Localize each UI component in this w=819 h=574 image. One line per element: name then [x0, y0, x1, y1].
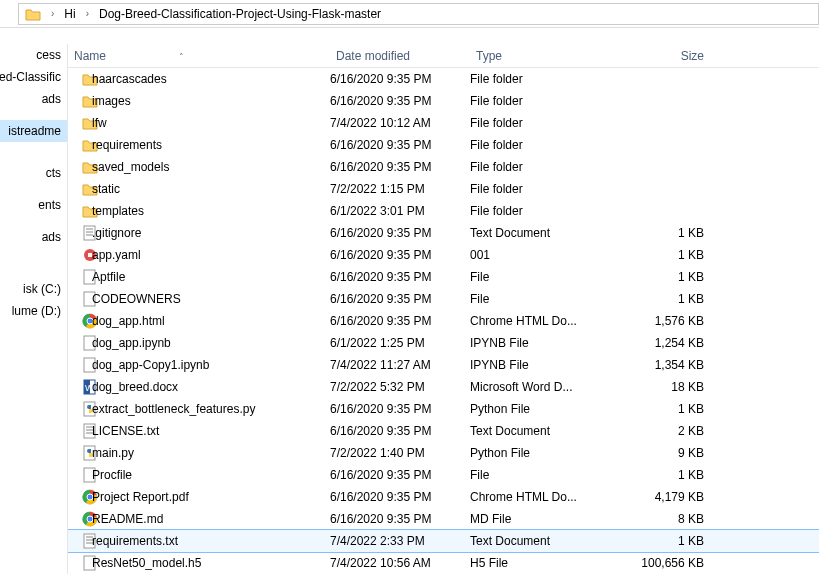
- file-name: README.md: [86, 512, 330, 526]
- file-name: main.py: [86, 446, 330, 460]
- chrome-icon: [68, 489, 86, 505]
- file-size: 1 KB: [610, 248, 710, 262]
- column-header-size[interactable]: Size: [610, 49, 710, 63]
- file-date: 6/16/2020 9:35 PM: [330, 490, 470, 504]
- chrome-icon: [68, 313, 86, 329]
- word-icon: [68, 379, 86, 395]
- sidebar-item[interactable]: cess: [0, 44, 67, 66]
- file-size: 1 KB: [610, 468, 710, 482]
- file-size: 4,179 KB: [610, 490, 710, 504]
- file-name: saved_models: [86, 160, 330, 174]
- sidebar-item[interactable]: ents: [0, 194, 67, 216]
- file-row[interactable]: LICENSE.txt6/16/2020 9:35 PMText Documen…: [68, 420, 819, 442]
- file-type: File folder: [470, 94, 610, 108]
- file-row[interactable]: lfw7/4/2022 10:12 AMFile folder: [68, 112, 819, 134]
- file-name: requirements: [86, 138, 330, 152]
- py-icon: [68, 401, 86, 417]
- sidebar-item[interactable]: istreadme: [0, 120, 67, 142]
- breadcrumb-item[interactable]: Hi: [64, 7, 75, 21]
- sidebar-item[interactable]: ads: [0, 88, 67, 110]
- file-name: CODEOWNERS: [86, 292, 330, 306]
- sidebar-item[interactable]: cts: [0, 162, 67, 184]
- file-type: IPYNB File: [470, 358, 610, 372]
- file-row[interactable]: main.py7/2/2022 1:40 PMPython File9 KB: [68, 442, 819, 464]
- file-name: static: [86, 182, 330, 196]
- file-type: File folder: [470, 204, 610, 218]
- file-row[interactable]: images6/16/2020 9:35 PMFile folder: [68, 90, 819, 112]
- blank-icon: [68, 467, 86, 483]
- file-row[interactable]: CODEOWNERS6/16/2020 9:35 PMFile1 KB: [68, 288, 819, 310]
- file-date: 6/16/2020 9:35 PM: [330, 94, 470, 108]
- file-date: 6/1/2022 3:01 PM: [330, 204, 470, 218]
- file-name: Aptfile: [86, 270, 330, 284]
- file-row[interactable]: Aptfile6/16/2020 9:35 PMFile1 KB: [68, 266, 819, 288]
- file-name: Procfile: [86, 468, 330, 482]
- yaml-icon: [68, 247, 86, 263]
- py-icon: [68, 445, 86, 461]
- file-row[interactable]: README.md6/16/2020 9:35 PMMD File8 KB: [68, 508, 819, 530]
- column-header-type[interactable]: Type: [470, 49, 610, 63]
- file-name: .gitignore: [86, 226, 330, 240]
- file-row[interactable]: templates6/1/2022 3:01 PMFile folder: [68, 200, 819, 222]
- sidebar-item[interactable]: lume (D:): [0, 300, 67, 322]
- file-name: dog_app.ipynb: [86, 336, 330, 350]
- file-row[interactable]: dog_app-Copy1.ipynb7/4/2022 11:27 AMIPYN…: [68, 354, 819, 376]
- file-row[interactable]: ResNet50_model.h57/4/2022 10:56 AMH5 Fil…: [68, 552, 819, 574]
- file-row[interactable]: saved_models6/16/2020 9:35 PMFile folder: [68, 156, 819, 178]
- file-size: 1 KB: [610, 226, 710, 240]
- sidebar-item[interactable]: ads: [0, 226, 67, 248]
- file-type: File folder: [470, 116, 610, 130]
- file-name: dog_app-Copy1.ipynb: [86, 358, 330, 372]
- file-type: IPYNB File: [470, 336, 610, 350]
- file-name: lfw: [86, 116, 330, 130]
- file-date: 6/1/2022 1:25 PM: [330, 336, 470, 350]
- file-name: images: [86, 94, 330, 108]
- folder-icon: [68, 115, 86, 131]
- file-row[interactable]: Procfile6/16/2020 9:35 PMFile1 KB: [68, 464, 819, 486]
- file-type: File: [470, 270, 610, 284]
- file-date: 6/16/2020 9:35 PM: [330, 248, 470, 262]
- file-name: ResNet50_model.h5: [86, 556, 330, 570]
- file-date: 7/4/2022 2:33 PM: [330, 534, 470, 548]
- file-date: 6/16/2020 9:35 PM: [330, 468, 470, 482]
- file-name: templates: [86, 204, 330, 218]
- sidebar-item[interactable]: eed-Classific: [0, 66, 67, 88]
- txt-icon: [68, 423, 86, 439]
- file-size: 18 KB: [610, 380, 710, 394]
- file-type: 001: [470, 248, 610, 262]
- chrome-icon: [68, 511, 86, 527]
- file-row[interactable]: requirements6/16/2020 9:35 PMFile folder: [68, 134, 819, 156]
- file-row[interactable]: static7/2/2022 1:15 PMFile folder: [68, 178, 819, 200]
- file-row[interactable]: dog_app.ipynb6/1/2022 1:25 PMIPYNB File1…: [68, 332, 819, 354]
- chevron-right-icon: ›: [47, 8, 58, 19]
- file-date: 6/16/2020 9:35 PM: [330, 226, 470, 240]
- txt-icon: [68, 225, 86, 241]
- file-row[interactable]: app.yaml6/16/2020 9:35 PM0011 KB: [68, 244, 819, 266]
- file-row[interactable]: haarcascades6/16/2020 9:35 PMFile folder: [68, 68, 819, 90]
- file-row[interactable]: .gitignore6/16/2020 9:35 PMText Document…: [68, 222, 819, 244]
- file-row[interactable]: extract_bottleneck_features.py6/16/2020 …: [68, 398, 819, 420]
- file-size: 100,656 KB: [610, 556, 710, 570]
- file-row[interactable]: Project Report.pdf6/16/2020 9:35 PMChrom…: [68, 486, 819, 508]
- file-name: app.yaml: [86, 248, 330, 262]
- column-header-name[interactable]: Name ˄: [68, 49, 330, 63]
- file-type: MD File: [470, 512, 610, 526]
- file-size: 1 KB: [610, 292, 710, 306]
- breadcrumb[interactable]: › Hi › Dog-Breed-Classification-Project-…: [18, 3, 819, 25]
- file-type: Python File: [470, 402, 610, 416]
- file-size: 2 KB: [610, 424, 710, 438]
- blank-icon: [68, 291, 86, 307]
- file-date: 6/16/2020 9:35 PM: [330, 270, 470, 284]
- address-bar: › Hi › Dog-Breed-Classification-Project-…: [0, 0, 819, 28]
- file-row[interactable]: requirements.txt7/4/2022 2:33 PMText Doc…: [68, 530, 819, 552]
- file-date: 6/16/2020 9:35 PM: [330, 292, 470, 306]
- column-header-date[interactable]: Date modified: [330, 49, 470, 63]
- file-row[interactable]: dog_breed.docx7/2/2022 5:32 PMMicrosoft …: [68, 376, 819, 398]
- file-type: Microsoft Word D...: [470, 380, 610, 394]
- file-date: 6/16/2020 9:35 PM: [330, 138, 470, 152]
- breadcrumb-item[interactable]: Dog-Breed-Classification-Project-Using-F…: [99, 7, 381, 21]
- file-name: haarcascades: [86, 72, 330, 86]
- file-type: File folder: [470, 160, 610, 174]
- file-row[interactable]: dog_app.html6/16/2020 9:35 PMChrome HTML…: [68, 310, 819, 332]
- sidebar-item[interactable]: isk (C:): [0, 278, 67, 300]
